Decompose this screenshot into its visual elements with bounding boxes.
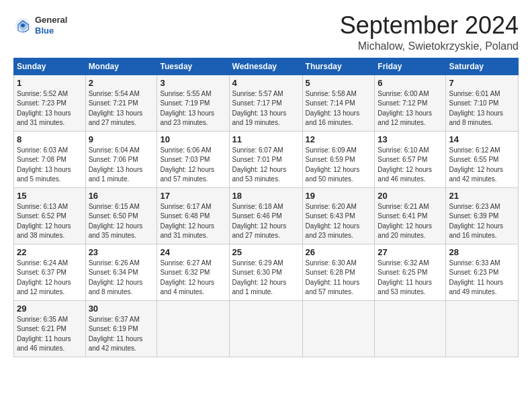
day-info: Sunrise: 5:54 AM Sunset: 7:21 PM Dayligh… [89, 89, 154, 128]
day-info: Sunrise: 6:21 AM Sunset: 6:41 PM Dayligh… [378, 202, 443, 241]
calendar-week-3: 15Sunrise: 6:13 AM Sunset: 6:52 PM Dayli… [14, 187, 519, 244]
logo-general: General [35, 15, 67, 25]
calendar-header-tuesday: Tuesday [157, 58, 229, 75]
calendar-day-22: 22Sunrise: 6:24 AM Sunset: 6:37 PM Dayli… [14, 244, 86, 300]
day-info: Sunrise: 6:29 AM Sunset: 6:30 PM Dayligh… [232, 259, 300, 298]
day-info: Sunrise: 6:15 AM Sunset: 6:50 PM Dayligh… [89, 202, 154, 241]
day-number: 18 [232, 191, 300, 201]
day-info: Sunrise: 6:27 AM Sunset: 6:32 PM Dayligh… [160, 259, 226, 298]
day-number: 1 [17, 78, 83, 88]
calendar: SundayMondayTuesdayWednesdayThursdayFrid… [13, 58, 519, 357]
logo-text: General Blue [35, 15, 67, 36]
page: General Blue September 2024 Michalow, Sw… [0, 0, 532, 411]
day-number: 20 [378, 191, 443, 201]
day-number: 2 [89, 78, 154, 88]
calendar-day-28: 28Sunrise: 6:33 AM Sunset: 6:23 PM Dayli… [446, 244, 519, 300]
calendar-header-monday: Monday [85, 58, 157, 75]
calendar-empty-cell [375, 300, 446, 357]
calendar-header-sunday: Sunday [14, 58, 86, 75]
calendar-week-2: 8Sunrise: 6:03 AM Sunset: 7:08 PM Daylig… [14, 131, 519, 187]
calendar-day-9: 9Sunrise: 6:04 AM Sunset: 7:06 PM Daylig… [85, 131, 157, 187]
logo: General Blue [13, 15, 67, 36]
calendar-day-15: 15Sunrise: 6:13 AM Sunset: 6:52 PM Dayli… [14, 187, 86, 244]
logo-blue: Blue [35, 26, 54, 36]
day-info: Sunrise: 6:04 AM Sunset: 7:06 PM Dayligh… [89, 146, 154, 185]
calendar-day-27: 27Sunrise: 6:32 AM Sunset: 6:25 PM Dayli… [375, 244, 446, 300]
day-info: Sunrise: 5:52 AM Sunset: 7:23 PM Dayligh… [17, 89, 83, 128]
day-info: Sunrise: 6:23 AM Sunset: 6:39 PM Dayligh… [449, 202, 515, 241]
logo-icon [13, 16, 32, 35]
day-number: 25 [232, 247, 300, 257]
calendar-header-thursday: Thursday [302, 58, 375, 75]
header: General Blue September 2024 Michalow, Sw… [13, 12, 519, 52]
calendar-day-18: 18Sunrise: 6:18 AM Sunset: 6:46 PM Dayli… [229, 187, 302, 244]
day-number: 4 [232, 78, 300, 88]
day-number: 7 [449, 78, 515, 88]
day-number: 15 [17, 191, 83, 201]
day-info: Sunrise: 5:58 AM Sunset: 7:14 PM Dayligh… [306, 89, 372, 128]
calendar-header-saturday: Saturday [446, 58, 519, 75]
day-number: 19 [306, 191, 372, 201]
calendar-day-23: 23Sunrise: 6:26 AM Sunset: 6:34 PM Dayli… [85, 244, 157, 300]
calendar-day-2: 2Sunrise: 5:54 AM Sunset: 7:21 PM Daylig… [85, 75, 157, 131]
day-info: Sunrise: 6:07 AM Sunset: 7:01 PM Dayligh… [232, 146, 300, 185]
day-info: Sunrise: 6:18 AM Sunset: 6:46 PM Dayligh… [232, 202, 300, 241]
day-number: 30 [89, 304, 154, 314]
calendar-day-19: 19Sunrise: 6:20 AM Sunset: 6:43 PM Dayli… [302, 187, 375, 244]
day-info: Sunrise: 6:03 AM Sunset: 7:08 PM Dayligh… [17, 146, 83, 185]
day-info: Sunrise: 6:10 AM Sunset: 6:57 PM Dayligh… [378, 146, 443, 185]
day-info: Sunrise: 6:26 AM Sunset: 6:34 PM Dayligh… [89, 259, 154, 298]
calendar-day-8: 8Sunrise: 6:03 AM Sunset: 7:08 PM Daylig… [14, 131, 86, 187]
calendar-day-24: 24Sunrise: 6:27 AM Sunset: 6:32 PM Dayli… [157, 244, 229, 300]
calendar-day-5: 5Sunrise: 5:58 AM Sunset: 7:14 PM Daylig… [302, 75, 375, 131]
day-number: 24 [160, 247, 226, 257]
day-number: 16 [89, 191, 154, 201]
day-info: Sunrise: 6:09 AM Sunset: 6:59 PM Dayligh… [306, 146, 372, 185]
day-number: 14 [449, 134, 515, 144]
day-info: Sunrise: 6:35 AM Sunset: 6:21 PM Dayligh… [17, 315, 83, 354]
day-info: Sunrise: 6:20 AM Sunset: 6:43 PM Dayligh… [306, 202, 372, 241]
main-title: September 2024 [340, 12, 519, 39]
day-number: 29 [17, 304, 83, 314]
calendar-day-11: 11Sunrise: 6:07 AM Sunset: 7:01 PM Dayli… [229, 131, 302, 187]
day-number: 6 [378, 78, 443, 88]
day-info: Sunrise: 6:00 AM Sunset: 7:12 PM Dayligh… [378, 89, 443, 128]
calendar-empty-cell [229, 300, 302, 357]
calendar-day-30: 30Sunrise: 6:37 AM Sunset: 6:19 PM Dayli… [85, 300, 157, 357]
day-info: Sunrise: 6:32 AM Sunset: 6:25 PM Dayligh… [378, 259, 443, 298]
day-info: Sunrise: 6:37 AM Sunset: 6:19 PM Dayligh… [89, 315, 154, 354]
calendar-day-4: 4Sunrise: 5:57 AM Sunset: 7:17 PM Daylig… [229, 75, 302, 131]
day-info: Sunrise: 6:17 AM Sunset: 6:48 PM Dayligh… [160, 202, 226, 241]
calendar-week-5: 29Sunrise: 6:35 AM Sunset: 6:21 PM Dayli… [14, 300, 519, 357]
day-number: 10 [160, 134, 226, 144]
day-number: 13 [378, 134, 443, 144]
calendar-day-29: 29Sunrise: 6:35 AM Sunset: 6:21 PM Dayli… [14, 300, 86, 357]
subtitle: Michalow, Swietokrzyskie, Poland [340, 40, 519, 52]
day-number: 5 [306, 78, 372, 88]
day-info: Sunrise: 6:33 AM Sunset: 6:23 PM Dayligh… [449, 259, 515, 298]
day-number: 27 [378, 247, 443, 257]
calendar-day-25: 25Sunrise: 6:29 AM Sunset: 6:30 PM Dayli… [229, 244, 302, 300]
calendar-day-10: 10Sunrise: 6:06 AM Sunset: 7:03 PM Dayli… [157, 131, 229, 187]
day-info: Sunrise: 6:12 AM Sunset: 6:55 PM Dayligh… [449, 146, 515, 185]
calendar-empty-cell [302, 300, 375, 357]
calendar-day-3: 3Sunrise: 5:55 AM Sunset: 7:19 PM Daylig… [157, 75, 229, 131]
calendar-empty-cell [157, 300, 229, 357]
calendar-week-1: 1Sunrise: 5:52 AM Sunset: 7:23 PM Daylig… [14, 75, 519, 131]
calendar-week-4: 22Sunrise: 6:24 AM Sunset: 6:37 PM Dayli… [14, 244, 519, 300]
calendar-day-26: 26Sunrise: 6:30 AM Sunset: 6:28 PM Dayli… [302, 244, 375, 300]
calendar-day-20: 20Sunrise: 6:21 AM Sunset: 6:41 PM Dayli… [375, 187, 446, 244]
day-info: Sunrise: 6:24 AM Sunset: 6:37 PM Dayligh… [17, 259, 83, 298]
calendar-empty-cell [446, 300, 519, 357]
day-number: 21 [449, 191, 515, 201]
day-info: Sunrise: 6:01 AM Sunset: 7:10 PM Dayligh… [449, 89, 515, 128]
day-info: Sunrise: 6:06 AM Sunset: 7:03 PM Dayligh… [160, 146, 226, 185]
svg-point-1 [21, 24, 25, 28]
calendar-day-1: 1Sunrise: 5:52 AM Sunset: 7:23 PM Daylig… [14, 75, 86, 131]
title-block: September 2024 Michalow, Swietokrzyskie,… [340, 12, 519, 52]
calendar-day-14: 14Sunrise: 6:12 AM Sunset: 6:55 PM Dayli… [446, 131, 519, 187]
day-number: 28 [449, 247, 515, 257]
day-number: 9 [89, 134, 154, 144]
calendar-day-7: 7Sunrise: 6:01 AM Sunset: 7:10 PM Daylig… [446, 75, 519, 131]
calendar-day-12: 12Sunrise: 6:09 AM Sunset: 6:59 PM Dayli… [302, 131, 375, 187]
